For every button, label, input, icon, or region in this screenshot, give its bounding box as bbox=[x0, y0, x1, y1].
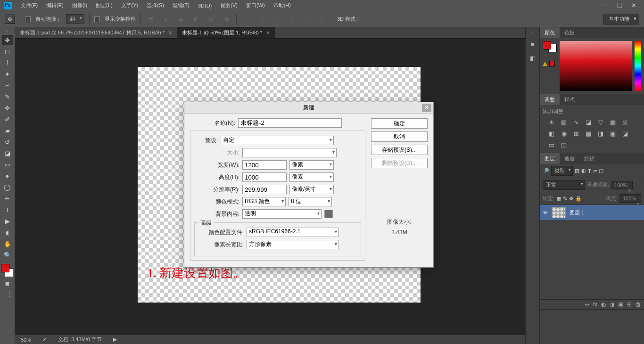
distribute-hcenter-icon[interactable]: ⬚ bbox=[302, 15, 312, 24]
menu-image[interactable]: 图像(I) bbox=[72, 2, 87, 9]
hand-tool[interactable]: ✋ bbox=[2, 238, 13, 249]
blur-tool[interactable]: ● bbox=[2, 171, 13, 181]
path-select-tool[interactable]: ▶ bbox=[2, 216, 13, 226]
auto-select-target-dropdown[interactable]: 组 bbox=[66, 14, 84, 24]
styles-tab[interactable]: 样式 bbox=[560, 94, 579, 105]
invert-icon[interactable]: ◨ bbox=[596, 130, 605, 138]
gradient-tool[interactable]: ▭ bbox=[2, 159, 13, 170]
panel-fg-swatch[interactable] bbox=[543, 41, 551, 49]
delete-layer-icon[interactable]: 🗑 bbox=[636, 301, 641, 308]
menu-filter[interactable]: 滤镜(T) bbox=[173, 2, 190, 9]
document-tab-2[interactable]: 未标题-1 @ 50% (图层 1, RGB/8) * ✕ bbox=[177, 27, 275, 38]
vibrance-icon[interactable]: ▽ bbox=[596, 119, 605, 126]
history-panel-icon[interactable]: ≡ bbox=[531, 41, 535, 48]
filter-smart-icon[interactable]: ▢ bbox=[599, 168, 603, 174]
zoom-level[interactable]: 50% bbox=[21, 337, 31, 343]
lookup-icon[interactable]: ▤ bbox=[584, 130, 593, 138]
menu-help[interactable]: 帮助(H) bbox=[273, 2, 291, 9]
gamut-warning-icon[interactable] bbox=[543, 62, 547, 66]
link-layers-icon[interactable]: ⇔ bbox=[585, 301, 589, 308]
save-preset-button[interactable]: 存储预设(S)... bbox=[371, 145, 428, 155]
width-input[interactable] bbox=[242, 160, 287, 170]
magic-wand-tool[interactable]: ✦ bbox=[2, 69, 13, 79]
tab-1-close-icon[interactable]: ✕ bbox=[168, 30, 172, 35]
menu-window[interactable]: 窗口(W) bbox=[246, 2, 265, 9]
align-bottom-icon[interactable]: ⬓ bbox=[176, 15, 186, 24]
workspace-dropdown[interactable]: 基本功能 bbox=[603, 14, 639, 25]
filter-image-icon[interactable]: ▧ bbox=[575, 168, 579, 174]
height-input[interactable] bbox=[242, 172, 287, 182]
distribute-left-icon[interactable]: ⬚ bbox=[287, 15, 297, 24]
layers-tab[interactable]: 图层 bbox=[540, 153, 560, 164]
advanced-legend[interactable]: 高级 bbox=[198, 219, 214, 227]
bw-icon[interactable]: ◧ bbox=[547, 130, 556, 138]
cancel-button[interactable]: 取消 bbox=[371, 131, 428, 142]
height-unit-dropdown[interactable]: 像素 bbox=[289, 172, 334, 182]
history-brush-tool[interactable]: ↺ bbox=[2, 137, 13, 147]
new-layer-icon[interactable]: ⊞ bbox=[627, 301, 632, 308]
channel-mixer-icon[interactable]: ⊞ bbox=[572, 130, 580, 138]
align-left-icon[interactable]: ◧ bbox=[191, 15, 201, 24]
filter-adjustment-icon[interactable]: ◐ bbox=[581, 168, 586, 174]
channels-tab[interactable]: 通道 bbox=[560, 153, 579, 164]
background-dropdown[interactable]: 透明 bbox=[242, 209, 322, 219]
move-tool-icon[interactable]: ✥ bbox=[5, 15, 15, 24]
window-restore-icon[interactable]: ❐ bbox=[617, 2, 623, 9]
window-close-icon[interactable]: ✕ bbox=[631, 2, 636, 9]
layer-thumbnail[interactable] bbox=[552, 207, 566, 218]
resolution-input[interactable] bbox=[242, 185, 287, 194]
layer-fx-icon[interactable]: fx bbox=[593, 301, 597, 308]
lasso-tool[interactable]: ⌇ bbox=[2, 57, 13, 68]
show-transform-checkbox[interactable] bbox=[94, 16, 100, 22]
width-unit-dropdown[interactable]: 像素 bbox=[289, 160, 334, 170]
levels-icon[interactable]: ▥ bbox=[560, 119, 568, 126]
lock-pixels-icon[interactable]: ▦ bbox=[556, 196, 561, 202]
resolution-unit-dropdown[interactable]: 像素/英寸 bbox=[289, 185, 334, 194]
eyedropper-tool[interactable]: ✎ bbox=[2, 91, 13, 102]
opacity-dropdown[interactable]: 100% bbox=[611, 181, 633, 189]
foreground-color-swatch[interactable] bbox=[1, 264, 9, 272]
color-ramp[interactable] bbox=[560, 41, 632, 91]
healing-tool[interactable]: ✜ bbox=[2, 103, 13, 113]
photo-filter-icon[interactable]: ◉ bbox=[560, 130, 568, 138]
hue-icon[interactable]: ▦ bbox=[609, 119, 617, 126]
crop-tool[interactable]: ✂ bbox=[2, 80, 13, 90]
type-tool[interactable]: T bbox=[2, 205, 13, 215]
menu-edit[interactable]: 编辑(E) bbox=[46, 2, 64, 9]
lock-all-icon[interactable]: 🔒 bbox=[575, 196, 582, 202]
adjustments-tab[interactable]: 调整 bbox=[540, 94, 560, 105]
preset-dropdown[interactable]: 自定 bbox=[221, 136, 334, 145]
align-vcenter-icon[interactable]: ≡ bbox=[161, 15, 171, 24]
filter-type-icon[interactable]: T bbox=[588, 168, 591, 174]
status-arrow-icon[interactable]: ▶ bbox=[113, 336, 117, 343]
layer-list[interactable]: 👁 图层 1 bbox=[540, 205, 644, 299]
profile-dropdown[interactable]: sRGB IEC61966-2.1 bbox=[247, 228, 339, 237]
dialog-title-bar[interactable]: 新建 ✕ bbox=[184, 102, 433, 114]
lock-move-icon[interactable]: ✥ bbox=[569, 196, 573, 202]
hue-strip[interactable] bbox=[635, 41, 641, 91]
menu-type[interactable]: 文字(Y) bbox=[121, 2, 139, 9]
threshold-icon[interactable]: ◪ bbox=[621, 130, 629, 138]
fill-dropdown[interactable]: 100% bbox=[619, 194, 641, 203]
menu-file[interactable]: 文件(F) bbox=[21, 2, 38, 9]
aspect-dropdown[interactable]: 方形像素 bbox=[247, 240, 339, 249]
distribute-top-icon[interactable]: ⬚ bbox=[241, 15, 252, 24]
curves-icon[interactable]: ∿ bbox=[572, 119, 580, 126]
align-hcenter-icon[interactable]: ▤ bbox=[206, 15, 216, 24]
filter-shape-icon[interactable]: ▱ bbox=[593, 168, 597, 174]
align-right-icon[interactable]: ◨ bbox=[221, 15, 231, 24]
marquee-tool[interactable]: ◻ bbox=[2, 46, 13, 57]
lock-brush-icon[interactable]: ✎ bbox=[563, 196, 567, 202]
color-swatches[interactable] bbox=[1, 264, 14, 277]
color-mode-dropdown[interactable]: RGB 颜色 bbox=[242, 197, 286, 206]
shape-tool[interactable]: ◖ bbox=[2, 227, 13, 238]
layer-filter-dropdown[interactable]: 类型 bbox=[551, 166, 573, 176]
selective-color-icon[interactable]: ◫ bbox=[560, 141, 568, 149]
new-group-icon[interactable]: ▣ bbox=[618, 301, 623, 308]
menu-view[interactable]: 视图(V) bbox=[220, 2, 238, 9]
color-tab[interactable]: 颜色 bbox=[540, 27, 560, 38]
brush-tool[interactable]: ✐ bbox=[2, 114, 13, 124]
zoom-tool[interactable]: 🔍 bbox=[2, 250, 13, 260]
tab-2-close-icon[interactable]: ✕ bbox=[266, 30, 270, 35]
layer-mask-icon[interactable]: ◐ bbox=[601, 301, 606, 308]
